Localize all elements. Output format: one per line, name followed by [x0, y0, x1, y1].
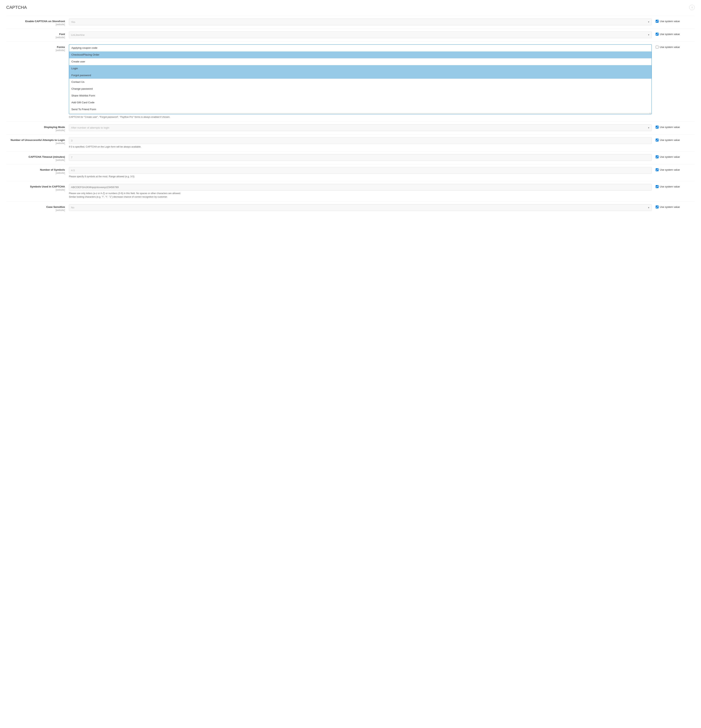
font-select[interactable]: LinLibertine [69, 32, 652, 38]
font-scope: [website] [56, 36, 65, 39]
unsuccessful-attempts-label-cell: Number of Unsuccessful Attempts to Login… [6, 137, 69, 144]
displaying-mode-row: Displaying Mode [website] After number o… [6, 121, 695, 134]
case-sensitive-scope: [website] [56, 209, 65, 212]
captcha-timeout-system-value-label[interactable]: Use system value [656, 155, 680, 158]
forms-option-share-wishlist[interactable]: Share Wishlist Form [69, 92, 652, 99]
enable-captcha-system-value-checkbox[interactable] [656, 20, 659, 23]
forms-resize-handle[interactable]: ⠿ [69, 113, 652, 114]
forms-input-cell: Applying coupon code Checkout/Placing Or… [69, 45, 656, 119]
unsuccessful-attempts-label: Number of Unsuccessful Attempts to Login [6, 139, 65, 142]
displaying-mode-system-value-text: Use system value [660, 126, 680, 129]
enable-captcha-select-wrapper: Yes No ▼ [69, 19, 652, 25]
captcha-timeout-scope: [website] [56, 159, 65, 162]
enable-captcha-label: Enable CAPTCHA on Storefront [6, 20, 65, 23]
captcha-timeout-input[interactable] [69, 154, 652, 161]
number-of-symbols-input-cell: Please specify 8 symbols at the most. Ra… [69, 167, 656, 178]
forms-row: Forms [website] Applying coupon code Che… [6, 42, 695, 121]
number-of-symbols-label-cell: Number of Symbols [website] [6, 167, 69, 174]
displaying-mode-label: Displaying Mode [6, 126, 65, 129]
captcha-timeout-system-value-checkbox[interactable] [656, 155, 659, 158]
case-sensitive-system-value-label[interactable]: Use system value [656, 205, 680, 208]
font-select-wrapper: LinLibertine ▼ [69, 32, 652, 38]
displaying-mode-label-cell: Displaying Mode [website] [6, 124, 69, 132]
symbols-used-input-cell: Please use only letters (a-z or A-Z) or … [69, 184, 656, 199]
captcha-timeout-label: CAPTCHA Timeout (minutes) [6, 155, 65, 158]
unsuccessful-attempts-system-value-checkbox[interactable] [656, 139, 659, 142]
displaying-mode-input-cell: After number of attempts to login Always… [69, 124, 656, 131]
forms-multi-select[interactable]: Applying coupon code Checkout/Placing Or… [69, 45, 652, 114]
case-sensitive-system-value-checkbox[interactable] [656, 205, 659, 208]
symbols-used-system-value-checkbox[interactable] [656, 185, 659, 188]
number-of-symbols-hint: Please specify 8 symbols at the most. Ra… [69, 175, 652, 178]
font-label-cell: Font [website] [6, 32, 69, 39]
number-of-symbols-label: Number of Symbols [6, 168, 65, 171]
forms-option-checkout[interactable]: Checkout/Placing Order [69, 52, 652, 58]
displaying-mode-select[interactable]: After number of attempts to login Always [69, 124, 652, 131]
number-of-symbols-input[interactable] [69, 167, 652, 174]
forms-option-change-password[interactable]: Change password [69, 85, 652, 92]
displaying-mode-system-value-checkbox[interactable] [656, 126, 659, 129]
enable-captcha-select[interactable]: Yes No [69, 19, 652, 25]
forms-option-create-user[interactable]: Create user [69, 58, 652, 65]
number-of-symbols-system-value-cell: Use system value [656, 167, 695, 171]
symbols-used-system-value-label[interactable]: Use system value [656, 185, 680, 188]
forms-option-applying-coupon[interactable]: Applying coupon code [69, 45, 652, 52]
captcha-timeout-system-value-text: Use system value [660, 155, 680, 158]
forms-scope: [website] [56, 49, 65, 52]
forms-option-forgot-password[interactable]: Forgot password [69, 72, 652, 79]
number-of-symbols-system-value-label[interactable]: Use system value [656, 168, 680, 171]
displaying-mode-system-value-cell: Use system value [656, 124, 695, 129]
enable-captcha-scope: [website] [56, 23, 65, 26]
unsuccessful-attempts-system-value-cell: Use system value [656, 137, 695, 142]
page-title: CAPTCHA [6, 5, 27, 10]
forms-label-cell: Forms [website] [6, 45, 69, 52]
unsuccessful-attempts-input-cell: If 0 is specified, CAPTCHA on the Login … [69, 137, 656, 149]
forms-hint: CAPTCHA for "Create user", "Forgot passw… [69, 115, 652, 119]
symbols-used-hint1: Please use only letters (a-z or A-Z) or … [69, 192, 652, 199]
case-sensitive-system-value-cell: Use system value [656, 204, 695, 208]
number-of-symbols-row: Number of Symbols [website] Please speci… [6, 164, 695, 181]
enable-captcha-row: Enable CAPTCHA on Storefront [website] Y… [6, 16, 695, 29]
symbols-used-label: Symbols Used in CAPTCHA [6, 185, 65, 188]
case-sensitive-select[interactable]: No Yes [69, 204, 652, 211]
forms-option-login[interactable]: Login [69, 65, 652, 72]
displaying-mode-system-value-label[interactable]: Use system value [656, 126, 680, 129]
enable-captcha-label-cell: Enable CAPTCHA on Storefront [website] [6, 19, 69, 26]
case-sensitive-system-value-text: Use system value [660, 205, 680, 208]
font-system-value-checkbox[interactable] [656, 33, 659, 36]
collapse-icon: ↑ [691, 6, 692, 9]
number-of-symbols-system-value-checkbox[interactable] [656, 168, 659, 171]
collapse-button[interactable]: ↑ [689, 5, 695, 10]
font-input-cell: LinLibertine ▼ [69, 32, 656, 38]
forms-system-value-label[interactable]: Use system value [656, 46, 680, 49]
symbols-used-input[interactable] [69, 184, 652, 191]
symbols-used-system-value-text: Use system value [660, 185, 680, 188]
captcha-timeout-label-cell: CAPTCHA Timeout (minutes) [website] [6, 154, 69, 162]
case-sensitive-label-cell: Case Sensitive [website] [6, 204, 69, 212]
font-system-value-cell: Use system value [656, 32, 695, 36]
displaying-mode-select-wrapper: After number of attempts to login Always… [69, 124, 652, 131]
forms-system-value-cell: Use system value [656, 45, 695, 49]
font-system-value-text: Use system value [660, 33, 680, 36]
forms-option-gift-card[interactable]: Add Gift Card Code [69, 99, 652, 106]
enable-captcha-system-value-text: Use system value [660, 20, 680, 23]
enable-captcha-input-cell: Yes No ▼ [69, 19, 656, 25]
page-header: CAPTCHA ↑ [6, 5, 695, 10]
displaying-mode-scope: [website] [56, 129, 65, 132]
number-of-symbols-system-value-text: Use system value [660, 168, 680, 171]
forms-system-value-checkbox[interactable] [656, 46, 659, 49]
symbols-used-system-value-cell: Use system value [656, 184, 695, 188]
captcha-timeout-row: CAPTCHA Timeout (minutes) [website] Use … [6, 151, 695, 164]
forms-option-contact-us[interactable]: Contact Us [69, 79, 652, 85]
unsuccessful-attempts-system-value-text: Use system value [660, 139, 680, 142]
captcha-timeout-system-value-cell: Use system value [656, 154, 695, 158]
font-system-value-label[interactable]: Use system value [656, 33, 680, 36]
unsuccessful-attempts-input[interactable] [69, 137, 652, 144]
unsuccessful-attempts-system-value-label[interactable]: Use system value [656, 139, 680, 142]
forms-option-send-friend[interactable]: Send To Friend Form [69, 106, 652, 113]
enable-captcha-system-value-label[interactable]: Use system value [656, 20, 680, 23]
case-sensitive-row: Case Sensitive [website] No Yes ▼ Use sy… [6, 201, 695, 214]
unsuccessful-attempts-hint: If 0 is specified, CAPTCHA on the Login … [69, 145, 652, 149]
unsuccessful-attempts-row: Number of Unsuccessful Attempts to Login… [6, 134, 695, 151]
forms-label: Forms [6, 46, 65, 49]
